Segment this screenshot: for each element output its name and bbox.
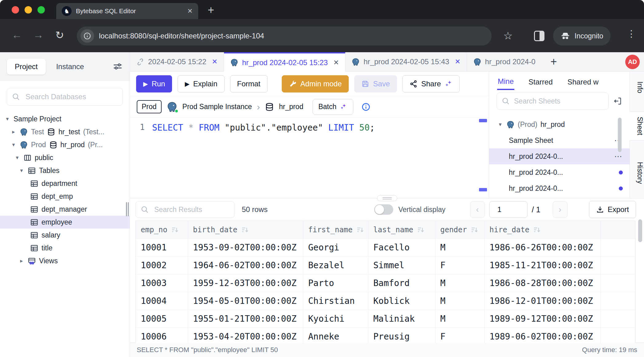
prev-page-button[interactable]: ‹ <box>470 201 485 218</box>
chevron-down-icon[interactable]: ▾ <box>497 121 503 128</box>
user-avatar[interactable]: AD <box>625 55 640 69</box>
site-info-icon[interactable] <box>80 29 94 43</box>
chevron-down-icon[interactable]: ▾ <box>18 167 25 174</box>
side-tab-sheet[interactable]: Sheet <box>630 112 644 140</box>
sheet-tab-shared-w[interactable]: Shared w <box>567 73 599 89</box>
address-bar[interactable]: localhost:8080/sql-editor/sheet/project-… <box>77 26 492 45</box>
item-menu-icon[interactable]: ⋯ <box>614 152 623 161</box>
sidebar-resize-handle[interactable] <box>126 202 129 216</box>
close-tab-icon[interactable]: ✕ <box>455 58 460 66</box>
sheet-item-2[interactable]: hr_prod 2024-0...⋯ <box>489 148 630 164</box>
next-page-button[interactable]: › <box>553 201 567 218</box>
search-results-input[interactable] <box>135 201 234 218</box>
column-header-emp_no[interactable]: emp_no <box>136 221 188 238</box>
column-header-gender[interactable]: gender <box>435 221 485 238</box>
database-icon <box>265 102 274 112</box>
tree-node-table-dept_emp[interactable]: dept_emp <box>0 190 130 203</box>
column-header-birth_date[interactable]: birth_date <box>188 221 303 238</box>
tree-node-table-department[interactable]: department <box>0 177 130 190</box>
side-panel-icon[interactable] <box>534 31 544 41</box>
sql-code-editor[interactable]: 1 SELECT * FROM "public"."employee" LIMI… <box>130 118 489 198</box>
search-sheets-input[interactable] <box>497 92 609 110</box>
chevron-down-icon[interactable]: ▾ <box>10 141 17 148</box>
editor-tab-3[interactable]: hr_prod 2024-02-05 15:43✕ <box>345 52 467 71</box>
tree-node-db-prod[interactable]: ▾ Prod hr_prod (Pr... <box>0 138 130 151</box>
collapse-panel-icon[interactable] <box>613 96 622 106</box>
batch-mode-button[interactable]: Batch <box>312 99 353 115</box>
chevron-down-icon[interactable]: ▾ <box>14 154 20 161</box>
minimize-window-button[interactable] <box>25 6 32 14</box>
tree-node-table-title[interactable]: title <box>0 241 130 254</box>
tree-node-project[interactable]: ▾ Sample Project <box>0 112 130 125</box>
chevron-right-icon[interactable]: ▸ <box>10 128 17 135</box>
sort-icon[interactable] <box>417 226 424 233</box>
export-button[interactable]: Export <box>589 201 636 218</box>
close-tab-icon[interactable]: ✕ <box>212 58 218 66</box>
tree-node-table-dept_manager[interactable]: dept_manager <box>0 203 130 216</box>
sort-icon[interactable] <box>171 226 179 233</box>
reload-icon[interactable]: ↻ <box>55 29 64 41</box>
vertical-display-toggle[interactable] <box>374 204 393 215</box>
sheet-tab-mine[interactable]: Mine <box>497 73 514 90</box>
save-button[interactable]: Save <box>354 75 397 92</box>
format-button[interactable]: Format <box>230 75 268 92</box>
tree-node-db-test[interactable]: ▸ Test hr_test (Test... <box>0 125 130 138</box>
panel-resize-handle[interactable] <box>377 195 397 201</box>
filter-settings-icon[interactable] <box>112 61 123 72</box>
admin-mode-button[interactable]: Admin mode <box>282 75 349 92</box>
table-row-2[interactable]: 100021964-06-02T00:00:00ZBezalelSimmelF1… <box>136 257 635 274</box>
sheet-scrollbar[interactable] <box>618 118 622 152</box>
back-icon[interactable]: ← <box>12 29 22 41</box>
tree-node-table-salary[interactable]: salary <box>0 229 130 241</box>
search-databases-input[interactable] <box>7 88 123 106</box>
browser-menu-icon[interactable]: ⋮ <box>627 28 637 39</box>
column-header-hire_date[interactable]: hire_date <box>485 221 601 238</box>
page-number-input[interactable] <box>489 201 528 218</box>
sheet-item-3[interactable]: hr_prod 2024-0... <box>489 164 630 180</box>
tree-node-tables[interactable]: ▾ Tables <box>0 164 130 177</box>
close-window-button[interactable] <box>12 6 19 14</box>
table-row-1[interactable]: 100011953-09-02T00:00:00ZGeorgiFacelloM1… <box>136 239 635 257</box>
tree-node-views[interactable]: ▸ Views <box>0 254 130 267</box>
sheet-tab-starred[interactable]: Starred <box>528 73 553 89</box>
close-tab-icon[interactable]: ✕ <box>187 7 193 15</box>
editor-tab-1[interactable]: 2024-02-05 15:22✕ <box>130 52 224 71</box>
sheet-item-4[interactable]: hr_prod 2024-0... <box>489 180 630 196</box>
new-sheet-tab-button[interactable]: + <box>546 55 561 68</box>
sort-icon[interactable] <box>471 226 478 233</box>
column-header-first_name[interactable]: first_name <box>303 221 368 238</box>
bookmark-star-icon[interactable]: ☆ <box>503 29 512 42</box>
column-header-last_name[interactable]: last_name <box>368 221 435 238</box>
side-tab-history[interactable]: History <box>630 157 644 189</box>
info-icon[interactable] <box>361 102 371 112</box>
share-button[interactable]: Share <box>402 75 460 92</box>
tree-node-table-employee[interactable]: employee <box>0 216 130 229</box>
chevron-right-icon[interactable]: ▸ <box>18 257 25 264</box>
browser-tab[interactable]: ♞ Bytebase SQL Editor ✕ <box>56 3 198 19</box>
forward-icon[interactable]: → <box>33 29 44 41</box>
tree-node-schema[interactable]: ▾ public <box>0 151 130 164</box>
editor-tab-2[interactable]: hr_prod 2024-02-05 15:23✕ <box>224 52 345 72</box>
side-tab-info[interactable]: Info <box>630 76 644 98</box>
table-row-3[interactable]: 100031959-12-03T00:00:00ZPartoBamfordM19… <box>136 274 635 292</box>
editor-tab-4[interactable]: hr_prod 2024-0 <box>467 52 546 71</box>
chevron-down-icon[interactable]: ▾ <box>4 116 10 122</box>
close-tab-icon[interactable]: ✕ <box>333 59 339 67</box>
sort-icon[interactable] <box>241 226 249 233</box>
table-row-4[interactable]: 100041954-05-01T00:00:00ZChirstianKoblic… <box>136 292 635 310</box>
explain-button[interactable]: ▶ Explain <box>178 75 224 92</box>
database-name[interactable]: hr_prod <box>279 103 303 111</box>
new-tab-button[interactable]: + <box>208 4 214 17</box>
table-row-5[interactable]: 100051955-01-21T00:00:00ZKyoichiMaliniak… <box>136 310 635 328</box>
maximize-window-button[interactable] <box>37 6 45 14</box>
sort-icon[interactable] <box>356 226 364 233</box>
instance-name[interactable]: Prod Sample Instance <box>183 103 252 111</box>
sheet-item-1[interactable]: Sample Sheet⋯ <box>489 132 630 148</box>
results-scrollbar[interactable] <box>638 219 642 242</box>
tab-instance[interactable]: Instance <box>48 59 92 75</box>
tab-project[interactable]: Project <box>7 59 46 75</box>
sheet-group[interactable]: ▾ (Prod) hr_prod <box>489 116 630 132</box>
table-row-6[interactable]: 100061953-04-20T00:00:00ZAnnekePreusigF1… <box>136 328 635 343</box>
sort-icon[interactable] <box>533 226 540 233</box>
run-button[interactable]: ▶ Run <box>136 75 172 92</box>
